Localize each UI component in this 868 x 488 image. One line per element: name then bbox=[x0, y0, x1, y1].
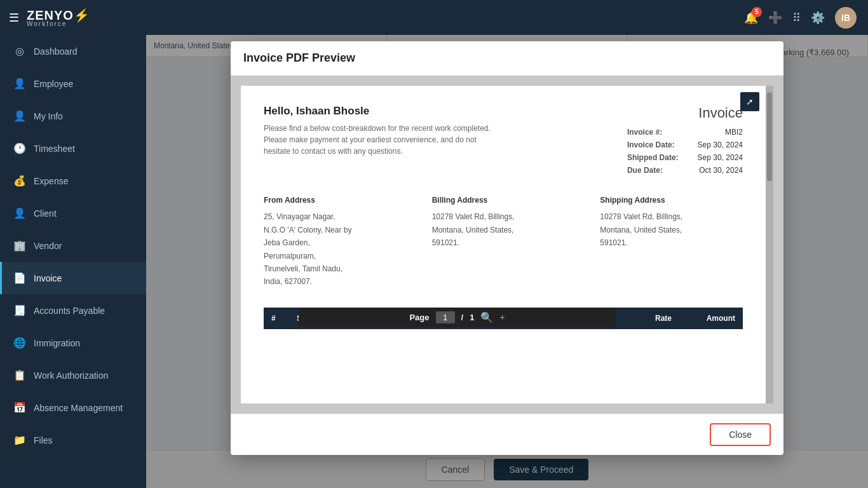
external-link-icon[interactable]: ➚ bbox=[740, 92, 759, 111]
settings-icon[interactable]: ⚙️ bbox=[811, 11, 825, 25]
sidebar-item-label: Expense bbox=[34, 176, 68, 186]
files-icon: 📁 bbox=[13, 434, 26, 446]
sidebar-item-expense[interactable]: 💰 Expense bbox=[0, 165, 146, 197]
timesheet-icon: 🕐 bbox=[13, 142, 26, 154]
page-controls: Page / 1 🔍 + bbox=[299, 308, 616, 327]
sidebar-item-immigration[interactable]: 🌐 Immigration bbox=[0, 327, 146, 359]
sidebar-item-label: Immigration bbox=[34, 338, 80, 348]
total-pages: 1 bbox=[470, 313, 474, 322]
hamburger-icon[interactable]: ☰ bbox=[9, 11, 19, 25]
modal-header: Invoice PDF Preview bbox=[231, 41, 783, 76]
sidebar-item-label: Client bbox=[34, 208, 57, 219]
invoice-preview-modal: Invoice PDF Preview ➚ Hello, Ishaan Bhos… bbox=[231, 41, 783, 455]
hello-section: Hello, Ishaan Bhosle Please find a below… bbox=[264, 105, 505, 162]
close-button[interactable]: Close bbox=[710, 423, 771, 446]
sidebar-item-vendor[interactable]: 🏢 Vendor bbox=[0, 229, 146, 262]
invoice-date-value: Sep 30, 2024 bbox=[698, 140, 743, 149]
shipped-date-value: Sep 30, 2024 bbox=[698, 153, 743, 162]
billing-address: Billing Address 10278 Valet Rd, Billings… bbox=[432, 194, 575, 288]
invoice-meta-row-number: Invoice #: MBI2 bbox=[627, 128, 743, 137]
from-address-line4: Perumalpuram, bbox=[264, 250, 407, 262]
modal-overlay: Invoice PDF Preview ➚ Hello, Ishaan Bhos… bbox=[146, 35, 868, 488]
current-page-input[interactable] bbox=[436, 311, 455, 323]
sidebar-item-label: Work Authorization bbox=[34, 370, 108, 381]
shipping-address-line3: 591021. bbox=[600, 236, 743, 249]
shipping-address-label: Shipping Address bbox=[600, 194, 743, 207]
zoom-in-button[interactable]: + bbox=[499, 312, 505, 322]
zoom-search-icon[interactable]: 🔍 bbox=[480, 311, 493, 323]
sidebar-item-label: Accounts Payable bbox=[34, 306, 105, 316]
sidebar-item-label: Dashboard bbox=[34, 46, 78, 57]
sidebar-item-label: Files bbox=[34, 435, 53, 445]
from-address: From Address 25, Vinayagar Nagar, N.G.O … bbox=[264, 194, 407, 288]
due-date-value: Oct 30, 2024 bbox=[699, 166, 743, 175]
invoice-table-header: # Service Summary Page / 1 🔍 + bbox=[264, 308, 743, 329]
apps-grid-icon[interactable]: ⠿ bbox=[792, 11, 801, 25]
from-address-label: From Address bbox=[264, 194, 407, 207]
expense-icon: 💰 bbox=[13, 175, 26, 187]
sidebar-item-label: Timesheet bbox=[34, 144, 75, 154]
from-address-line2: N.G.O 'A' Colony, Near by bbox=[264, 224, 407, 236]
due-date-label: Due Date: bbox=[627, 166, 663, 175]
absence-icon: 📅 bbox=[13, 402, 26, 414]
client-icon: 👤 bbox=[13, 207, 26, 219]
from-address-line6: India, 627007. bbox=[264, 275, 407, 288]
sidebar-logo: ☰ ZENYO⚡ Workforce bbox=[0, 0, 146, 35]
main-area: 🔔 5 ➕ ⠿ ⚙️ IB Montana, United States, N.… bbox=[146, 0, 868, 488]
sidebar-item-label: My Info bbox=[34, 111, 63, 121]
sidebar-item-invoice[interactable]: 📄 Invoice bbox=[0, 262, 146, 294]
dashboard-icon: ◎ bbox=[13, 45, 26, 57]
invoice-meta: Invoice #: MBI2 Invoice Date: Sep 30, 20… bbox=[627, 128, 743, 175]
invoice-number-label: Invoice #: bbox=[627, 128, 662, 137]
sidebar-item-files[interactable]: 📁 Files bbox=[0, 424, 146, 456]
invoice-body-text: Please find a below cost-breakdown for t… bbox=[264, 123, 505, 157]
page-label: Page bbox=[409, 313, 429, 322]
shipping-address-line1: 10278 Valet Rd, Billings, bbox=[600, 210, 743, 223]
invoice-meta-row-shipped: Shipped Date: Sep 30, 2024 bbox=[627, 153, 743, 162]
billing-address-label: Billing Address bbox=[432, 194, 575, 207]
sidebar-item-label: Employee bbox=[34, 79, 73, 89]
sidebar-item-label: Invoice bbox=[34, 273, 62, 283]
sidebar: ☰ ZENYO⚡ Workforce ◎ Dashboard 👤 Employe… bbox=[0, 0, 146, 488]
billing-address-line3: 591021. bbox=[432, 236, 575, 249]
modal-footer: Close bbox=[231, 414, 783, 455]
notification-badge: 5 bbox=[752, 7, 762, 17]
sidebar-item-work-authorization[interactable]: 📋 Work Authorization bbox=[0, 359, 146, 391]
shipped-date-label: Shipped Date: bbox=[627, 153, 679, 162]
invoice-date-label: Invoice Date: bbox=[627, 140, 675, 149]
add-button[interactable]: ➕ bbox=[768, 11, 782, 25]
work-auth-icon: 📋 bbox=[13, 369, 26, 381]
col-rate: Rate bbox=[608, 314, 672, 323]
sidebar-item-accounts-payable[interactable]: 🧾 Accounts Payable bbox=[0, 294, 146, 327]
topbar: 🔔 5 ➕ ⠿ ⚙️ IB bbox=[146, 0, 868, 35]
sidebar-item-label: Absence Management bbox=[34, 403, 123, 413]
vendor-icon: 🏢 bbox=[13, 240, 26, 252]
sidebar-item-absence-management[interactable]: 📅 Absence Management bbox=[0, 391, 146, 424]
invoice-meta-row-date: Invoice Date: Sep 30, 2024 bbox=[627, 140, 743, 149]
invoice-paper: ➚ Hello, Ishaan Bhosle Please find a bel… bbox=[241, 86, 766, 403]
modal-scrollbar[interactable] bbox=[766, 86, 773, 403]
invoice-greeting: Hello, Ishaan Bhosle bbox=[264, 105, 505, 118]
invoice-meta-row-due: Due Date: Oct 30, 2024 bbox=[627, 166, 743, 175]
scrollbar-thumb bbox=[767, 92, 772, 181]
sidebar-item-employee[interactable]: 👤 Employee bbox=[0, 67, 146, 100]
myinfo-icon: 👤 bbox=[13, 110, 26, 122]
sidebar-item-timesheet[interactable]: 🕐 Timesheet bbox=[0, 132, 146, 165]
sidebar-item-client[interactable]: 👤 Client bbox=[0, 197, 146, 229]
billing-address-line1: 10278 Valet Rd, Billings, bbox=[432, 210, 575, 223]
sidebar-item-dashboard[interactable]: ◎ Dashboard bbox=[0, 35, 146, 67]
sidebar-item-myinfo[interactable]: 👤 My Info bbox=[0, 100, 146, 132]
invoice-title: Invoice bbox=[698, 105, 743, 121]
col-hash: # bbox=[271, 314, 297, 323]
accounts-payable-icon: 🧾 bbox=[13, 304, 26, 316]
immigration-icon: 🌐 bbox=[13, 337, 26, 349]
from-address-line3: Jeba Garden, bbox=[264, 236, 407, 249]
invoice-top-section: Hello, Ishaan Bhosle Please find a below… bbox=[264, 105, 743, 175]
from-address-line5: Tirunelveli, Tamil Nadu, bbox=[264, 262, 407, 275]
employee-icon: 👤 bbox=[13, 78, 26, 90]
invoice-icon: 📄 bbox=[13, 272, 26, 284]
content-area: Montana, United States, N.G.O 'A' Colony… bbox=[146, 35, 868, 488]
notification-bell[interactable]: 🔔 5 bbox=[744, 11, 758, 25]
shipping-address-line2: Montana, United States, bbox=[600, 224, 743, 236]
avatar[interactable]: IB bbox=[835, 7, 857, 29]
